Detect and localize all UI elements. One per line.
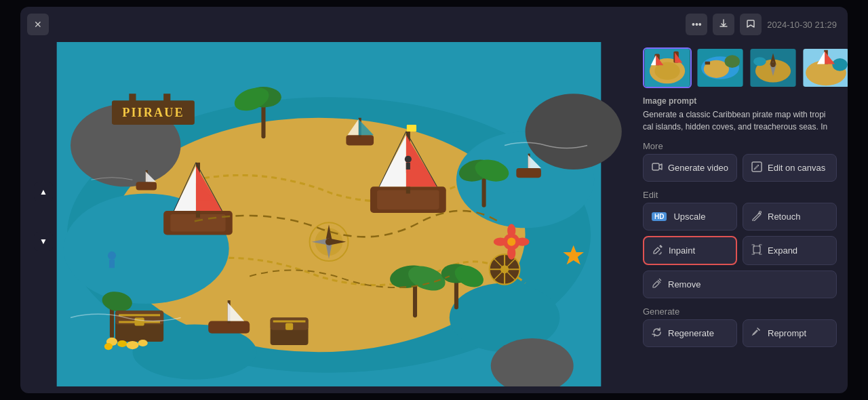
svg-point-68 <box>326 239 332 245</box>
generate-video-icon <box>652 161 663 174</box>
generate-actions-grid: Regenerate Reprompt <box>643 319 837 347</box>
svg-rect-107 <box>705 62 710 65</box>
reprompt-icon <box>751 327 762 340</box>
svg-rect-52 <box>134 317 144 325</box>
svg-point-8 <box>526 94 622 169</box>
image-prompt-section: Image prompt Generate a classic Caribbea… <box>643 96 837 133</box>
svg-point-117 <box>832 58 847 71</box>
regenerate-label: Regenerate <box>668 328 714 338</box>
svg-rect-50 <box>119 314 160 316</box>
edit-on-canvas-button[interactable]: Edit on canvas <box>743 154 837 182</box>
svg-rect-60 <box>273 320 306 322</box>
modal-overlay: ✕ ••• <box>0 0 868 400</box>
retouch-icon <box>751 210 762 223</box>
remove-label: Remove <box>668 279 701 289</box>
image-detail-modal: ✕ ••• <box>20 7 848 393</box>
svg-point-80 <box>507 224 515 237</box>
sidebar: Image prompt Generate a classic Caribbea… <box>637 42 848 393</box>
timestamp: 2024-10-30 21:29 <box>767 20 837 30</box>
regenerate-button[interactable]: Regenerate <box>643 319 737 347</box>
hd-badge: HD <box>652 212 667 221</box>
inpaint-icon <box>652 244 663 257</box>
svg-rect-77 <box>129 94 136 102</box>
chevron-up-icon: ▲ <box>39 187 47 197</box>
svg-point-88 <box>108 252 116 260</box>
remove-icon <box>652 278 663 291</box>
bookmark-button[interactable] <box>740 14 762 35</box>
image-prompt-text: Generate a classic Caribbean pirate map … <box>643 108 837 133</box>
chevron-down-icon: ▼ <box>39 237 47 246</box>
more-actions-grid: Generate video Edit on canvas <box>643 154 837 182</box>
remove-button[interactable]: Remove <box>643 271 837 298</box>
generate-video-button[interactable]: Generate video <box>643 154 737 182</box>
svg-rect-124 <box>753 246 760 253</box>
image-area: ▲ ▼ <box>20 42 637 393</box>
svg-rect-89 <box>109 260 115 268</box>
edit-actions-grid: HD Upscale Retouch <box>643 203 837 298</box>
svg-point-55 <box>126 341 138 349</box>
svg-point-57 <box>138 340 148 346</box>
svg-point-81 <box>507 246 515 260</box>
thumbnails-row <box>643 47 837 88</box>
svg-point-123 <box>760 212 762 214</box>
reprompt-label: Reprompt <box>768 328 806 338</box>
edit-canvas-icon <box>751 161 762 174</box>
close-button[interactable]: ✕ <box>27 14 49 35</box>
generate-section: Generate Regenerate <box>643 306 837 347</box>
modal-header: ••• 2024-10-30 21:29 <box>20 7 848 42</box>
thumbnail-1[interactable] <box>643 47 692 88</box>
expand-icon <box>751 244 762 257</box>
generate-video-label: Generate video <box>668 163 728 173</box>
generate-section-title: Generate <box>643 306 837 317</box>
nav-up-button[interactable]: ▲ <box>34 182 53 201</box>
edit-section: Edit HD Upscale <box>643 190 837 298</box>
svg-rect-40 <box>407 125 416 132</box>
retouch-button[interactable]: Retouch <box>743 203 837 231</box>
thumbnail-3[interactable] <box>749 47 797 88</box>
modal-body: ▲ ▼ <box>20 42 848 393</box>
image-prompt-label: Image prompt <box>643 96 837 106</box>
svg-point-108 <box>725 55 740 68</box>
thumbnail-4[interactable] <box>802 47 848 88</box>
edit-section-title: Edit <box>643 190 837 200</box>
more-section: More Generate video <box>643 141 837 182</box>
more-section-title: More <box>643 141 837 151</box>
svg-point-54 <box>117 340 127 347</box>
nav-down-button[interactable]: ▼ <box>34 232 53 251</box>
download-icon <box>719 19 728 31</box>
upscale-button[interactable]: HD Upscale <box>643 203 737 231</box>
svg-point-83 <box>515 238 529 246</box>
bookmark-icon <box>746 19 755 31</box>
svg-point-56 <box>104 343 113 350</box>
header-actions: ••• 2024-10-30 21:29 <box>686 14 837 35</box>
more-options-button[interactable]: ••• <box>686 14 707 35</box>
edit-on-canvas-label: Edit on canvas <box>768 163 825 173</box>
close-icon: ✕ <box>34 19 42 30</box>
upscale-label: Upscale <box>673 212 705 222</box>
inpaint-label: Inpaint <box>669 245 695 256</box>
svg-rect-87 <box>406 163 410 169</box>
svg-text:PIIRAUE: PIIRAUE <box>122 106 184 119</box>
svg-point-114 <box>753 57 766 66</box>
expand-label: Expand <box>768 245 797 256</box>
svg-point-82 <box>494 238 507 246</box>
svg-rect-78 <box>163 94 170 102</box>
retouch-label: Retouch <box>768 212 800 222</box>
svg-rect-61 <box>285 323 293 330</box>
svg-rect-121 <box>652 163 659 170</box>
thumbnail-2[interactable] <box>696 47 745 88</box>
expand-button[interactable]: Expand <box>743 236 837 265</box>
svg-rect-93 <box>516 168 541 178</box>
download-button[interactable] <box>713 14 734 35</box>
main-image: PIIRAUE <box>27 42 631 386</box>
svg-point-86 <box>405 156 412 163</box>
svg-point-84 <box>507 238 515 246</box>
more-icon: ••• <box>692 19 702 30</box>
svg-point-113 <box>770 62 775 67</box>
reprompt-button[interactable]: Reprompt <box>743 319 837 347</box>
svg-rect-90 <box>136 182 157 190</box>
inpaint-button[interactable]: Inpaint <box>643 236 737 265</box>
regenerate-icon <box>652 327 663 340</box>
